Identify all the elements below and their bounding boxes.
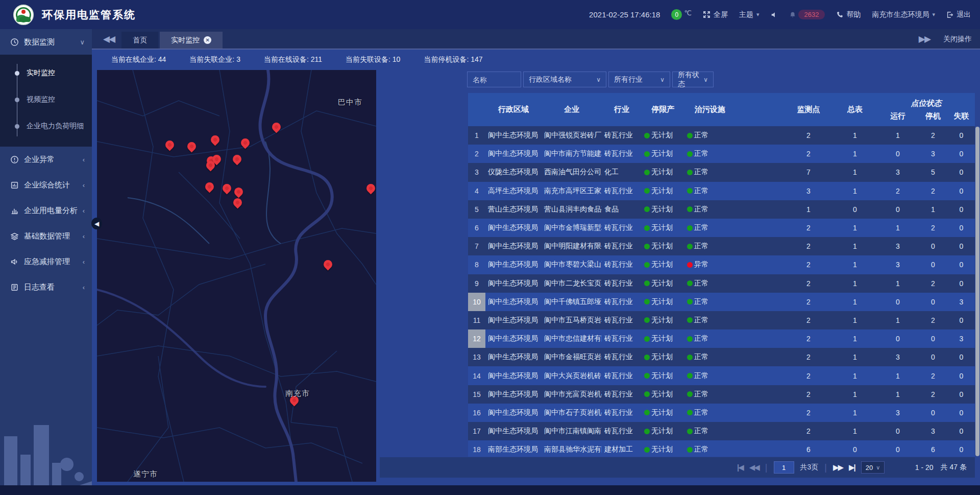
tab-scroll-left-icon[interactable]: ◀◀ bbox=[92, 34, 121, 49]
row-number: 6 bbox=[468, 219, 485, 237]
cell-company: 阆中市枣碧大梁山页岩 bbox=[542, 255, 602, 274]
table-row[interactable]: 1阆中生态环境局阆中强锐页岩砖厂砖瓦行业无计划正常21120 bbox=[468, 126, 975, 145]
pagination-bar: |◀ ◀◀ | 共3页 | ▶▶ ▶| 20 ∨ 1 - 20 共 47 条 bbox=[380, 457, 975, 478]
sidebar-subitem-2[interactable]: 企业电力负荷明细 bbox=[0, 113, 92, 139]
table-row[interactable]: 3仪陇生态环境局西南油气田分公司川中化工无计划正常71350 bbox=[468, 163, 975, 181]
sidebar-item-0[interactable]: 数据监测∨ bbox=[0, 29, 92, 55]
cell-points: 2 bbox=[785, 219, 832, 237]
cell-stopped: 0 bbox=[918, 348, 948, 366]
cell-meters: 1 bbox=[832, 255, 877, 274]
layers-icon bbox=[10, 232, 19, 241]
table-row[interactable]: 14阆中生态环境局阆中大兴页岩机砖厂砖瓦行业无计划正常21120 bbox=[468, 366, 975, 385]
row-number: 10 bbox=[468, 293, 485, 311]
tab-realtime-label: 实时监控 bbox=[171, 36, 200, 45]
status-dot-green bbox=[644, 188, 650, 194]
cell-company: 阆中市江南镇阆南页岩 bbox=[542, 422, 602, 440]
sidebar-item-6[interactable]: 日志查看‹ bbox=[0, 274, 92, 300]
table-row[interactable]: 7阆中生态环境局阆中明阳建材有限公司砖瓦行业无计划正常21300 bbox=[468, 237, 975, 255]
sidebar-collapse-button[interactable]: ◀ bbox=[91, 218, 102, 229]
cell-points: 2 bbox=[785, 329, 832, 348]
status-dot-green bbox=[644, 410, 650, 415]
cell-plan: 无计划 bbox=[642, 145, 684, 163]
sidebar-item-3[interactable]: 企业用电量分析‹ bbox=[0, 198, 92, 223]
table-row[interactable]: 16阆中生态环境局阆中市石子页岩机砖厂砖瓦行业无计划正常21300 bbox=[468, 404, 975, 422]
cell-region: 阆中生态环境局 bbox=[485, 422, 542, 440]
status-select[interactable]: 所有状态 ∨ bbox=[672, 72, 714, 87]
sidebar-item-2[interactable]: 企业综合统计‹ bbox=[0, 172, 92, 198]
table-row[interactable]: 10阆中生态环境局阆中千佛镇五郎垭页岩砖瓦行业无计划正常21003 bbox=[468, 293, 975, 311]
table-row[interactable]: 4高坪生态环境局南充市高坪区王家店建砖瓦行业无计划正常31220 bbox=[468, 182, 975, 200]
table-row[interactable]: 18南部生态环境局南部县驰华水泥有限公建材加工无计划正常60060 bbox=[468, 440, 975, 457]
table-row[interactable]: 12阆中生态环境局阆中市忠信建材有限公砖瓦行业无计划正常21003 bbox=[468, 329, 975, 348]
mute-button[interactable] bbox=[771, 11, 778, 18]
cell-plan: 无计划 bbox=[642, 348, 684, 366]
table-scrollbar[interactable] bbox=[975, 127, 979, 456]
first-page-icon[interactable]: |◀ bbox=[737, 463, 743, 472]
org-menu[interactable]: 南充市生态环境局 ▾ bbox=[872, 10, 935, 19]
region-select[interactable]: 行政区域名称 ∨ bbox=[523, 72, 606, 87]
sidebar-subitem-0[interactable]: 实时监控 bbox=[0, 60, 92, 86]
fullscreen-button[interactable]: 全屏 bbox=[703, 10, 728, 19]
row-number: 4 bbox=[468, 182, 485, 200]
fullscreen-label: 全屏 bbox=[714, 10, 728, 19]
cell-plan: 无计划 bbox=[642, 255, 684, 274]
next-page-icon[interactable]: ▶▶ bbox=[833, 463, 843, 472]
table-row[interactable]: 15阆中生态环境局阆中市光富页岩机砖厂砖瓦行业无计划正常21120 bbox=[468, 385, 975, 404]
notifications[interactable]: 2632 bbox=[789, 10, 825, 19]
page-size-select[interactable]: 20 ∨ bbox=[861, 461, 885, 474]
sidebar-subitem-1[interactable]: 视频监控 bbox=[0, 86, 92, 113]
cell-plan: 无计划 bbox=[642, 274, 684, 293]
help-button[interactable]: 帮助 bbox=[836, 10, 861, 19]
table-row[interactable]: 17阆中生态环境局阆中市江南镇阆南页岩砖瓦行业无计划正常21030 bbox=[468, 422, 975, 440]
close-operations-button[interactable]: 关闭操作 bbox=[943, 35, 972, 44]
name-search-input[interactable] bbox=[467, 72, 521, 87]
cell-running: 3 bbox=[877, 237, 918, 255]
logout-button[interactable]: 退出 bbox=[946, 10, 971, 19]
table-row[interactable]: 11阆中生态环境局阆中市五马桥页岩机砖砖瓦行业无计划正常21120 bbox=[468, 311, 975, 329]
cell-industry: 砖瓦行业 bbox=[602, 293, 642, 311]
tab-scroll-right-icon[interactable]: ▶▶ bbox=[919, 34, 930, 44]
prev-page-icon[interactable]: ◀◀ bbox=[749, 463, 759, 472]
industry-select[interactable]: 所有行业 ∨ bbox=[608, 72, 670, 87]
stat-item-0: 当前在线企业: 44 bbox=[111, 55, 166, 64]
cell-industry: 食品 bbox=[602, 200, 642, 219]
table-row[interactable]: 2阆中生态环境局阆中市南方节能建材有砖瓦行业无计划正常21030 bbox=[468, 145, 975, 163]
sidebar-item-1[interactable]: 企业异常‹ bbox=[0, 147, 92, 172]
map-panel[interactable]: 巴中市南充市遂宁市 bbox=[97, 70, 376, 482]
page-number-input[interactable] bbox=[774, 461, 794, 474]
cell-offline: 0 bbox=[948, 126, 975, 145]
tab-realtime-monitor[interactable]: 实时监控 ✕ bbox=[160, 32, 223, 49]
tab-home[interactable]: 首页 bbox=[121, 32, 158, 49]
status-dot-green bbox=[644, 244, 650, 249]
row-number: 1 bbox=[468, 126, 485, 145]
tab-close-icon[interactable]: ✕ bbox=[204, 36, 211, 44]
table-row[interactable]: 8阆中生态环境局阆中市枣碧大梁山页岩砖瓦行业无计划异常21300 bbox=[468, 255, 975, 274]
chevron-left-icon: ‹ bbox=[83, 181, 85, 189]
table-row[interactable]: 6阆中生态环境局阆中市金博瑞新型墙材砖瓦行业无计划正常21120 bbox=[468, 219, 975, 237]
cell-region: 南部生态环境局 bbox=[485, 440, 542, 457]
bottom-strip bbox=[0, 485, 980, 495]
table-row[interactable]: 13阆中生态环境局阆中市金福旺页岩机砖砖瓦行业无计划正常21300 bbox=[468, 348, 975, 366]
cell-spacer bbox=[736, 182, 785, 200]
sidebar-item-5[interactable]: 应急减排管理‹ bbox=[0, 249, 92, 274]
row-number: 5 bbox=[468, 200, 485, 219]
cell-facility: 正常 bbox=[684, 311, 736, 329]
status-dot-green bbox=[644, 133, 650, 138]
cell-plan: 无计划 bbox=[642, 237, 684, 255]
table-row[interactable]: 9阆中生态环境局阆中市二龙长宝页岩砖砖瓦行业无计划正常21120 bbox=[468, 274, 975, 293]
table-row[interactable]: 5营山生态环境局营山县润丰肉食品有限食品无计划正常10010 bbox=[468, 200, 975, 219]
sidebar-item-4[interactable]: 基础数据管理‹ bbox=[0, 223, 92, 249]
column-header-spacer bbox=[736, 93, 785, 126]
stat-item-3: 当前失联设备: 10 bbox=[346, 55, 400, 64]
chevron-down-icon: ∨ bbox=[703, 76, 708, 83]
cell-offline: 0 bbox=[948, 348, 975, 366]
cell-meters: 1 bbox=[832, 219, 877, 237]
theme-menu[interactable]: 主题 ▾ bbox=[739, 10, 760, 19]
cell-points: 2 bbox=[785, 145, 832, 163]
status-dot-green bbox=[687, 206, 693, 212]
cell-offline: 0 bbox=[948, 219, 975, 237]
cell-meters: 1 bbox=[832, 422, 877, 440]
last-page-icon[interactable]: ▶| bbox=[849, 463, 855, 472]
chevron-down-icon: ∨ bbox=[876, 464, 880, 471]
cell-company: 阆中市金福旺页岩机砖 bbox=[542, 348, 602, 366]
